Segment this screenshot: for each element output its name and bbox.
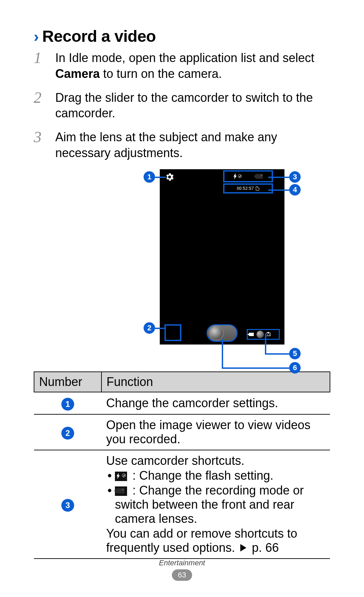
- record-timestamp: 00:52:57: [237, 186, 254, 191]
- camera-icon: [266, 333, 271, 336]
- step-3: 3 Aim the lens at the subject and make a…: [34, 129, 330, 161]
- header-number: Number: [34, 372, 101, 392]
- header-function: Function: [101, 372, 330, 392]
- step-1-pre: In Idle mode, open the application list …: [55, 51, 314, 65]
- row-3-intro: Use camcorder shortcuts.: [106, 454, 325, 468]
- mode-switch: [247, 329, 280, 340]
- callout-wire: [265, 353, 290, 355]
- shutter-button: [209, 326, 224, 340]
- flash-off-icon: [233, 173, 242, 179]
- row-badge-2: 2: [61, 427, 74, 440]
- callout-wire: [268, 177, 289, 178]
- step-number: 3: [34, 129, 47, 161]
- callout-wire: [265, 334, 266, 353]
- shortcut-box: [223, 170, 273, 182]
- flash-off-icon: [115, 472, 127, 481]
- storage-box: 00:52:57: [223, 183, 273, 193]
- step-3-text: Aim the lens at the subject and make any…: [55, 129, 330, 161]
- function-table: Number Function 1 Change the camcorder s…: [34, 371, 330, 559]
- callout-wire: [155, 328, 166, 329]
- step-number: 2: [34, 90, 47, 122]
- sdcard-icon: [256, 186, 259, 190]
- step-1: 1 In Idle mode, open the application lis…: [34, 50, 330, 82]
- camcorder-icon: [115, 486, 127, 496]
- page-footer: Entertainment 63: [0, 559, 364, 581]
- step-2-text: Drag the slider to the camcorder to swit…: [55, 90, 330, 122]
- row-3-bullet-2: : Change the recording mode or switch be…: [106, 483, 325, 526]
- row-1-text: Change the camcorder settings.: [101, 392, 330, 414]
- callout-2: 2: [144, 322, 155, 334]
- section-heading: › Record a video: [34, 27, 330, 46]
- callout-wire: [268, 189, 289, 191]
- step-2: 2 Drag the slider to the camcorder to sw…: [34, 90, 330, 122]
- callout-wire: [222, 339, 223, 367]
- row-badge-3: 3: [61, 499, 74, 512]
- callout-5: 5: [289, 348, 301, 359]
- callout-wire: [222, 367, 290, 369]
- step-1-post: to turn on the camera.: [100, 67, 222, 81]
- thumbnail-box: [164, 324, 181, 341]
- footer-section-label: Entertainment: [0, 559, 364, 567]
- gear-icon: [164, 172, 175, 182]
- step-number: 1: [34, 50, 47, 82]
- row-3-pageref: p. 66: [252, 541, 279, 555]
- video-icon: [249, 333, 254, 336]
- callout-1: 1: [144, 171, 155, 183]
- row-2-text: Open the image viewer to view videos you…: [101, 414, 330, 450]
- camcorder-diagram: 00:52:57 1 2 3 4 5 6: [34, 169, 330, 361]
- row-badge-1: 1: [61, 398, 74, 411]
- triangle-right-icon: [240, 544, 246, 551]
- row-3-bullet-1: : Change the flash setting.: [106, 469, 325, 483]
- row-3-bullet-2-text: : Change the recording mode or switch be…: [115, 483, 304, 526]
- chevron-right-icon: ›: [34, 27, 39, 46]
- heading-text: Record a video: [42, 27, 156, 46]
- callout-6: 6: [289, 362, 301, 374]
- callout-3: 3: [289, 171, 301, 183]
- callout-wire: [155, 177, 166, 178]
- page-number-badge: 63: [172, 569, 192, 581]
- switch-knob: [256, 331, 264, 338]
- callout-4: 4: [289, 184, 301, 196]
- step-1-bold: Camera: [55, 67, 100, 81]
- camcorder-icon: [255, 174, 263, 179]
- phone-mock: 00:52:57: [160, 169, 284, 345]
- row-3-bullet-1-text: : Change the flash setting.: [132, 469, 273, 482]
